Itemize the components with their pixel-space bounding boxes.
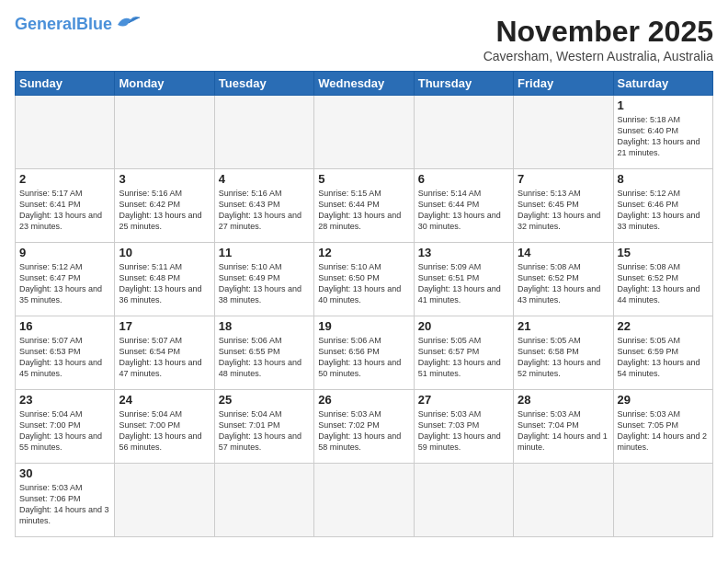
day-info: Sunrise: 5:15 AM Sunset: 6:44 PM Dayligh… — [318, 188, 409, 233]
table-row — [314, 464, 414, 537]
day-number: 14 — [518, 246, 609, 259]
calendar-header-row: Sunday Monday Tuesday Wednesday Thursday… — [16, 72, 713, 96]
day-number: 27 — [418, 393, 509, 407]
table-row: 6Sunrise: 5:14 AM Sunset: 6:44 PM Daylig… — [414, 169, 513, 243]
table-row: 1Sunrise: 5:18 AM Sunset: 6:40 PM Daylig… — [613, 96, 712, 169]
col-tuesday: Tuesday — [214, 72, 313, 96]
table-row: 20Sunrise: 5:05 AM Sunset: 6:57 PM Dayli… — [414, 316, 513, 390]
day-info: Sunrise: 5:04 AM Sunset: 7:00 PM Dayligh… — [119, 408, 210, 454]
table-row: 16Sunrise: 5:07 AM Sunset: 6:53 PM Dayli… — [16, 316, 115, 390]
table-row: 21Sunrise: 5:05 AM Sunset: 6:58 PM Dayli… — [514, 316, 613, 390]
table-row: 10Sunrise: 5:11 AM Sunset: 6:48 PM Dayli… — [115, 243, 214, 316]
day-info: Sunrise: 5:04 AM Sunset: 7:01 PM Dayligh… — [219, 408, 310, 454]
day-number: 15 — [618, 246, 709, 259]
day-number: 23 — [19, 393, 110, 407]
table-row: 11Sunrise: 5:10 AM Sunset: 6:49 PM Dayli… — [214, 243, 313, 316]
day-info: Sunrise: 5:05 AM Sunset: 6:58 PM Dayligh… — [518, 335, 609, 380]
col-sunday: Sunday — [16, 72, 115, 96]
col-friday: Friday — [514, 72, 613, 96]
calendar-row: 16Sunrise: 5:07 AM Sunset: 6:53 PM Dayli… — [16, 316, 713, 390]
table-row: 5Sunrise: 5:15 AM Sunset: 6:44 PM Daylig… — [314, 169, 414, 243]
table-row: 8Sunrise: 5:12 AM Sunset: 6:46 PM Daylig… — [613, 169, 712, 243]
table-row: 13Sunrise: 5:09 AM Sunset: 6:51 PM Dayli… — [414, 243, 513, 316]
day-info: Sunrise: 5:16 AM Sunset: 6:42 PM Dayligh… — [119, 188, 210, 233]
month-title: November 2025 — [483, 15, 713, 49]
day-number: 21 — [518, 319, 609, 333]
logo-text: GeneralBlue — [15, 15, 112, 34]
day-info: Sunrise: 5:14 AM Sunset: 6:44 PM Dayligh… — [418, 188, 509, 233]
table-row: 12Sunrise: 5:10 AM Sunset: 6:50 PM Dayli… — [314, 243, 414, 316]
table-row — [414, 464, 513, 537]
table-row: 28Sunrise: 5:03 AM Sunset: 7:04 PM Dayli… — [514, 390, 613, 464]
table-row: 24Sunrise: 5:04 AM Sunset: 7:00 PM Dayli… — [115, 390, 214, 464]
col-saturday: Saturday — [613, 72, 712, 96]
calendar-row: 9Sunrise: 5:12 AM Sunset: 6:47 PM Daylig… — [16, 243, 713, 316]
table-row: 25Sunrise: 5:04 AM Sunset: 7:01 PM Dayli… — [214, 390, 313, 464]
logo-bird-icon — [116, 14, 142, 32]
table-row: 14Sunrise: 5:08 AM Sunset: 6:52 PM Dayli… — [514, 243, 613, 316]
day-info: Sunrise: 5:03 AM Sunset: 7:05 PM Dayligh… — [618, 408, 709, 454]
calendar-row: 2Sunrise: 5:17 AM Sunset: 6:41 PM Daylig… — [16, 169, 713, 243]
table-row: 26Sunrise: 5:03 AM Sunset: 7:02 PM Dayli… — [314, 390, 414, 464]
day-info: Sunrise: 5:03 AM Sunset: 7:04 PM Dayligh… — [518, 408, 609, 454]
day-info: Sunrise: 5:03 AM Sunset: 7:03 PM Dayligh… — [418, 408, 509, 454]
location-subtitle: Caversham, Western Australia, Australia — [483, 49, 713, 63]
day-number: 28 — [518, 393, 609, 407]
day-info: Sunrise: 5:08 AM Sunset: 6:52 PM Dayligh… — [618, 261, 709, 306]
table-row — [115, 464, 214, 537]
day-number: 17 — [119, 319, 210, 333]
day-number: 20 — [418, 319, 509, 333]
table-row — [314, 96, 414, 169]
day-info: Sunrise: 5:09 AM Sunset: 6:51 PM Dayligh… — [418, 261, 509, 306]
day-info: Sunrise: 5:10 AM Sunset: 6:49 PM Dayligh… — [219, 261, 310, 306]
day-info: Sunrise: 5:17 AM Sunset: 6:41 PM Dayligh… — [19, 188, 110, 233]
table-row — [414, 96, 513, 169]
day-number: 5 — [318, 172, 409, 186]
day-number: 7 — [518, 172, 609, 186]
day-info: Sunrise: 5:12 AM Sunset: 6:47 PM Dayligh… — [19, 261, 110, 306]
table-row: 4Sunrise: 5:16 AM Sunset: 6:43 PM Daylig… — [214, 169, 313, 243]
day-number: 1 — [618, 98, 709, 112]
day-number: 9 — [19, 246, 110, 259]
day-number: 11 — [219, 246, 310, 259]
table-row: 19Sunrise: 5:06 AM Sunset: 6:56 PM Dayli… — [314, 316, 414, 390]
day-info: Sunrise: 5:12 AM Sunset: 6:46 PM Dayligh… — [618, 188, 709, 233]
day-number: 25 — [219, 393, 310, 407]
day-number: 16 — [19, 319, 110, 333]
table-row — [115, 96, 214, 169]
table-row: 7Sunrise: 5:13 AM Sunset: 6:45 PM Daylig… — [514, 169, 613, 243]
table-row — [613, 464, 712, 537]
day-info: Sunrise: 5:10 AM Sunset: 6:50 PM Dayligh… — [318, 261, 409, 306]
day-info: Sunrise: 5:08 AM Sunset: 6:52 PM Dayligh… — [518, 261, 609, 306]
table-row — [214, 464, 313, 537]
table-row — [514, 96, 613, 169]
table-row: 22Sunrise: 5:05 AM Sunset: 6:59 PM Dayli… — [613, 316, 712, 390]
table-row — [16, 96, 115, 169]
day-info: Sunrise: 5:07 AM Sunset: 6:54 PM Dayligh… — [119, 335, 210, 380]
table-row: 27Sunrise: 5:03 AM Sunset: 7:03 PM Dayli… — [414, 390, 513, 464]
table-row: 17Sunrise: 5:07 AM Sunset: 6:54 PM Dayli… — [115, 316, 214, 390]
day-number: 26 — [318, 393, 409, 407]
day-number: 24 — [119, 393, 210, 407]
table-row: 15Sunrise: 5:08 AM Sunset: 6:52 PM Dayli… — [613, 243, 712, 316]
calendar-row: 1Sunrise: 5:18 AM Sunset: 6:40 PM Daylig… — [16, 96, 713, 169]
day-info: Sunrise: 5:06 AM Sunset: 6:55 PM Dayligh… — [219, 335, 310, 380]
table-row: 23Sunrise: 5:04 AM Sunset: 7:00 PM Dayli… — [16, 390, 115, 464]
day-number: 29 — [618, 393, 709, 407]
table-row: 3Sunrise: 5:16 AM Sunset: 6:42 PM Daylig… — [115, 169, 214, 243]
calendar-row: 30Sunrise: 5:03 AM Sunset: 7:06 PM Dayli… — [16, 464, 713, 537]
logo: GeneralBlue — [15, 15, 142, 34]
table-row: 29Sunrise: 5:03 AM Sunset: 7:05 PM Dayli… — [613, 390, 712, 464]
table-row — [214, 96, 313, 169]
col-wednesday: Wednesday — [314, 72, 414, 96]
day-info: Sunrise: 5:05 AM Sunset: 6:57 PM Dayligh… — [418, 335, 509, 380]
day-number: 6 — [418, 172, 509, 186]
day-info: Sunrise: 5:13 AM Sunset: 6:45 PM Dayligh… — [518, 188, 609, 233]
day-info: Sunrise: 5:07 AM Sunset: 6:53 PM Dayligh… — [19, 335, 110, 380]
day-number: 4 — [219, 172, 310, 186]
day-number: 18 — [219, 319, 310, 333]
day-number: 30 — [19, 466, 110, 480]
day-info: Sunrise: 5:06 AM Sunset: 6:56 PM Dayligh… — [318, 335, 409, 380]
day-number: 19 — [318, 319, 409, 333]
day-number: 22 — [618, 319, 709, 333]
